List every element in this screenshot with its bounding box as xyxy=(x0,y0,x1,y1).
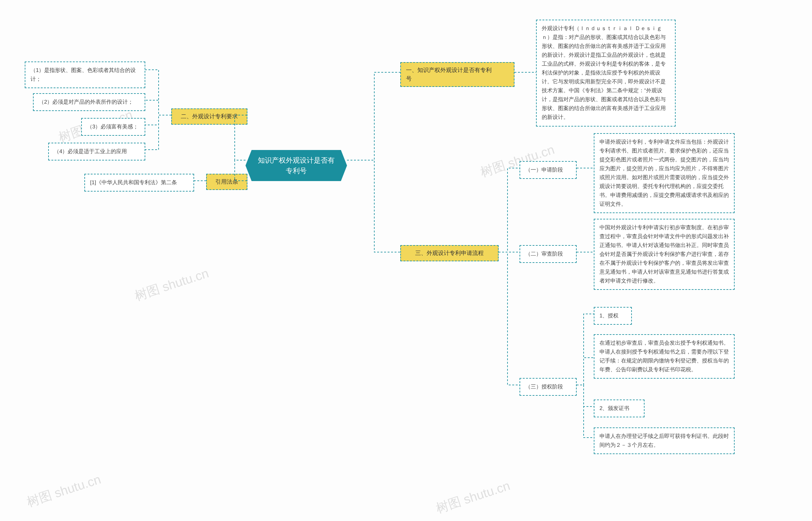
watermark: 树图 shutu.cn xyxy=(24,471,103,511)
root-node: 知识产权外观设计是否有 专利号 xyxy=(246,150,347,181)
citation-title: 引用法条 xyxy=(206,174,247,190)
section3-title: 三、外观设计专利申请流程 xyxy=(400,245,499,261)
section1-title-line2: 号 xyxy=(406,74,509,83)
citation-item-1: [1]《中华人民共和国专利法》第二条 xyxy=(84,174,194,191)
section2-title: 二、外观设计专利要求 xyxy=(171,109,247,124)
stage3-sub1-label: 1、授权 xyxy=(594,307,632,325)
section2-item-1: （1）是指形状、图案、色彩或者其结合的设计； xyxy=(25,62,145,88)
stage3-sub4-body: 申请人在办理登记手续之后即可获得专利证书。此段时间约为２－３个月左右。 xyxy=(594,427,735,454)
stage3-name: （三）授权阶段 xyxy=(520,378,577,396)
section1-title: 一、知识产权外观设计是否有专利 号 xyxy=(400,62,515,87)
root-line2: 专利号 xyxy=(252,165,340,176)
stage3-sub3-label: 2、颁发证书 xyxy=(594,400,645,417)
root-line1: 知识产权外观设计是否有 xyxy=(252,155,340,165)
stage1-body: 申请外观设计专利，专利申请文件应当包括：外观设计专利请求书、图片或者照片。要求保… xyxy=(594,133,735,213)
stage2-name: （二）审查阶段 xyxy=(520,245,577,263)
section1-body: 外观设计专利（Ｉｎｄｕｓｔｒｉａｌ Ｄｅｓｉｇｎ）是指：对产品的形状、图案或其结… xyxy=(536,20,676,127)
section2-item-3: （3）必须富有美感； xyxy=(81,118,145,136)
stage2-body: 中国对外观设计专利申请实行初步审查制度。在初步审查过程中，审查员会针对申请文件中… xyxy=(594,219,735,290)
stage3-sub2-body: 在通过初步审查后，审查员会发出授予专利权通知书。申请人在接到授予专利权通知书之后… xyxy=(594,334,735,379)
section1-title-line1: 一、知识产权外观设计是否有专利 xyxy=(406,66,509,74)
watermark: 树图 shutu.cn xyxy=(434,477,512,517)
section2-item-4: （4）必须是适于工业上的应用 xyxy=(48,143,145,160)
stage1-name: （一）申请阶段 xyxy=(520,161,577,179)
watermark: 树图 shutu.cn xyxy=(132,265,210,305)
section2-item-2: （2）必须是对产品的外表所作的设计； xyxy=(33,93,145,111)
